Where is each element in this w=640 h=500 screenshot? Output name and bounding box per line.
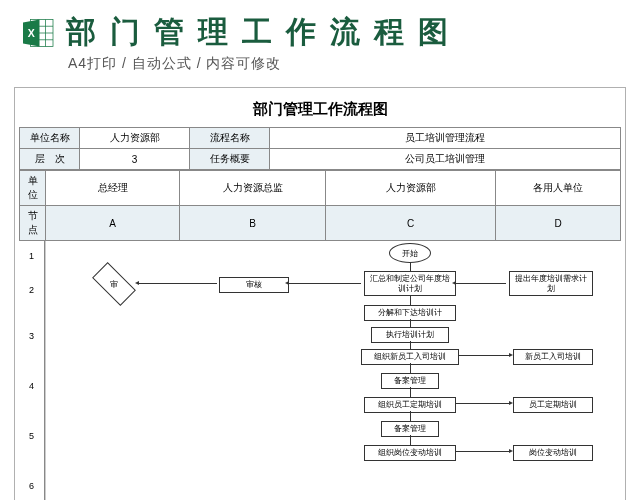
box-d5: 岗位变动培训: [513, 445, 593, 461]
unit-name-value: 人力资源部: [80, 128, 190, 149]
unit-col-3: 人力资源部: [326, 171, 496, 206]
unit-col-1: 总经理: [46, 171, 180, 206]
excel-icon: X: [20, 15, 56, 51]
box-d3: 新员工入司培训: [513, 349, 593, 365]
task-label: 任务概要: [190, 149, 270, 170]
node-a: A: [46, 206, 180, 241]
unit-name-label: 单位名称: [20, 128, 80, 149]
meta-table: 单位名称 人力资源部 流程名称 员工培训管理流程 层 次 3 任务概要 公司员工…: [19, 127, 621, 170]
box-shenhe: 审核: [219, 277, 289, 293]
page-title: 部门管理工作流程图: [66, 12, 462, 53]
page-header: X 部门管理工作流程图: [0, 0, 640, 55]
flow-name-value: 员工培训管理流程: [270, 128, 621, 149]
box-d4: 员工定期培训: [513, 397, 593, 413]
task-value: 公司员工培训管理: [270, 149, 621, 170]
svg-text:X: X: [28, 26, 35, 38]
document-preview: 部门管理工作流程图 单位名称 人力资源部 流程名称 员工培训管理流程 层 次 3…: [14, 87, 626, 500]
flow-name-label: 流程名称: [190, 128, 270, 149]
flowchart-area: 1 2 3 4 5 6 开始 汇总和制定公司年度培训计划 提出年度培训需求计划 …: [19, 241, 621, 500]
box-c1: 汇总和制定公司年度培训计划: [364, 271, 456, 296]
page-subtitle: A4打印 / 自动公式 / 内容可修改: [0, 55, 640, 81]
unit-col-2: 人力资源总监: [180, 171, 326, 206]
unit-col-label: 单位: [20, 171, 46, 206]
node-b: B: [180, 206, 326, 241]
box-d1: 提出年度培训需求计划: [509, 271, 593, 296]
level-value: 3: [80, 149, 190, 170]
node-col-label: 节点: [20, 206, 46, 241]
diamond-shen: 审: [89, 269, 139, 299]
node-c: C: [326, 206, 496, 241]
unit-col-4: 各用人单位: [496, 171, 621, 206]
node-d: D: [496, 206, 621, 241]
columns-table: 单位 总经理 人力资源总监 人力资源部 各用人单位 节点 A B C D: [19, 170, 621, 241]
start-node: 开始: [389, 243, 431, 263]
level-label: 层 次: [20, 149, 80, 170]
doc-title: 部门管理工作流程图: [19, 94, 621, 127]
box-c5b: 组织岗位变动培训: [364, 445, 456, 461]
